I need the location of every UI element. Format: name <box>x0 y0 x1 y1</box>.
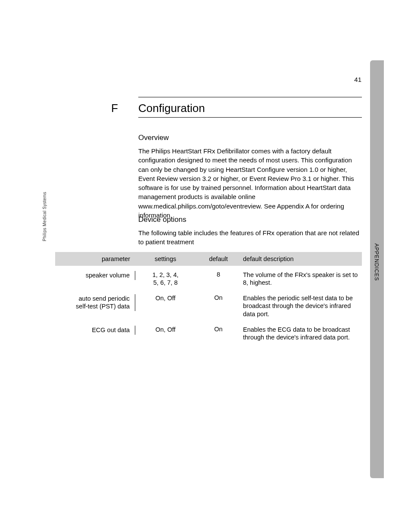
publisher-label: Philips Medical Systems <box>42 192 47 241</box>
chapter-title: Configuration <box>138 102 205 115</box>
th-description: default description <box>241 255 362 262</box>
td-settings: On, Off <box>135 326 196 333</box>
section-overview-heading: Overview <box>138 134 169 142</box>
td-parameter: auto send periodicself-test (PST) data <box>55 294 135 311</box>
section-device-options-body: The following table includes the feature… <box>138 228 362 247</box>
section-overview-body: The Philips HeartStart FRx Defibrillator… <box>138 146 362 220</box>
table-row: auto send periodicself-test (PST) data O… <box>55 289 362 320</box>
td-default: On <box>196 294 241 301</box>
th-parameter: parameter <box>55 255 135 262</box>
td-default: 8 <box>196 271 241 278</box>
side-tab: APPENDICES <box>370 60 384 478</box>
th-default: default <box>196 255 241 262</box>
td-settings: 1, 2, 3, 4,5, 6, 7, 8 <box>135 271 196 286</box>
section-device-options-heading: Device options <box>138 215 187 224</box>
device-options-table: parameter settings default default descr… <box>55 252 362 344</box>
table-body: speaker volume 1, 2, 3, 4,5, 6, 7, 8 8 T… <box>55 266 362 344</box>
td-parameter: speaker volume <box>55 271 135 280</box>
page-number: 41 <box>354 76 361 83</box>
table-row: speaker volume 1, 2, 3, 4,5, 6, 7, 8 8 T… <box>55 266 362 289</box>
td-description: Enables the periodic self-test data to b… <box>241 294 362 317</box>
td-settings: On, Off <box>135 294 196 302</box>
th-settings: settings <box>135 255 196 262</box>
td-description: Enables the ECG data to be broadcast thr… <box>241 326 362 341</box>
td-description: The volume of the FRx's speaker is set t… <box>241 271 362 286</box>
rule-top <box>138 97 362 97</box>
td-parameter: ECG out data <box>55 326 135 335</box>
appendix-letter: F <box>111 102 118 115</box>
table-row: ECG out data On, Off On Enables the ECG … <box>55 320 362 344</box>
table-header-row: parameter settings default default descr… <box>55 252 362 266</box>
tab-label: APPENDICES <box>374 243 380 281</box>
rule-mid <box>138 117 362 118</box>
td-default: On <box>196 326 241 333</box>
page: 41 APPENDICES Philips Medical Systems F … <box>0 0 411 532</box>
